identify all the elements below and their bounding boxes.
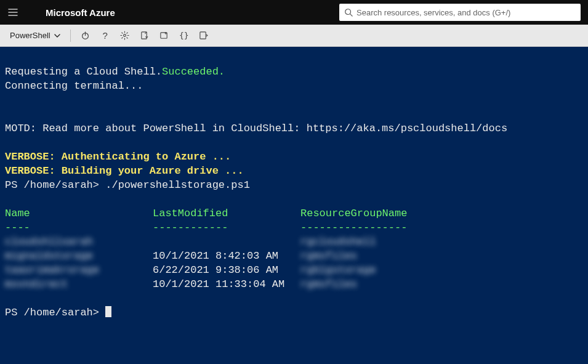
cloudshell-toolbar: PowerShell ? {} [0,25,588,47]
terminal-line: Requesting a Cloud Shell. [5,66,162,78]
table-cell-name: mignaldstorage [5,249,153,263]
table-cell-rg: rgmsfiles [300,249,357,263]
brand-title: Microsoft Azure [46,7,115,18]
preview-icon [199,31,208,40]
svg-rect-9 [200,32,206,39]
svg-point-4 [124,34,126,37]
editor-button[interactable]: {} [175,27,193,44]
table-cell-rg: rgblgstorage [300,263,376,277]
table-underline: ------------ [153,220,300,235]
table-cell-name: cloudshllsarah [5,235,153,249]
upload-download-button[interactable] [136,27,153,44]
hamburger-menu-icon[interactable] [7,7,18,18]
gear-icon [120,31,129,40]
terminal-verbose: VERBOSE: Authenticating to Azure ... [5,151,231,163]
file-transfer-icon [140,31,149,40]
shell-selector[interactable]: PowerShell [6,28,64,42]
help-button[interactable]: ? [97,27,114,44]
terminal-prompt: PS /home/sarah> [5,179,99,191]
terminal-line: Connecting terminal... [5,80,143,92]
terminal-cursor [105,306,111,317]
new-session-button[interactable] [156,27,173,44]
braces-icon: {} [179,31,189,40]
toolbar-divider [70,30,71,42]
table-cell-modified: 10/1/2021 8:42:03 AM [153,249,300,263]
svg-point-0 [345,9,351,15]
table-cell-name: msvndirect [5,277,153,291]
azure-header: Microsoft Azure [0,0,588,25]
settings-button[interactable] [116,27,134,44]
svg-line-1 [350,14,353,17]
shell-selector-label: PowerShell [10,31,50,40]
search-icon [344,8,353,17]
help-icon: ? [103,30,108,41]
table-header-modified: LastModified [153,206,300,220]
global-search[interactable] [339,4,581,21]
terminal-verbose: VERBOSE: Building your Azure drive ... [5,165,244,177]
table-underline: ----------------- [300,220,407,235]
table-cell-name: taaorimakrorage [5,263,153,277]
terminal-motd: MOTD: Read more about PowerShell in Clou… [5,123,507,134]
web-preview-button[interactable] [195,27,212,44]
table-cell-modified: 10/1/2021 11:33:04 AM [153,277,300,291]
restart-button[interactable] [77,27,94,44]
terminal-status: Succeeded. [162,66,225,78]
search-input[interactable] [356,8,576,17]
table-header-name: Name [5,206,153,220]
table-header-rg: ResourceGroupName [300,206,407,220]
terminal-output[interactable]: Requesting a Cloud Shell.Succeeded. Conn… [0,47,588,364]
table-cell-modified: 6/22/2021 9:38:06 AM [153,263,300,277]
new-window-icon [159,31,169,40]
terminal-prompt: PS /home/sarah> [5,307,99,318]
table-underline: ---- [5,220,153,235]
power-icon [81,31,90,40]
table-cell-rg: rgmsfiles [300,277,357,291]
table-cell-rg: rgcloudshell [300,235,376,249]
terminal-command: ./powershellstorage.ps1 [105,179,250,191]
chevron-down-icon [54,33,60,39]
